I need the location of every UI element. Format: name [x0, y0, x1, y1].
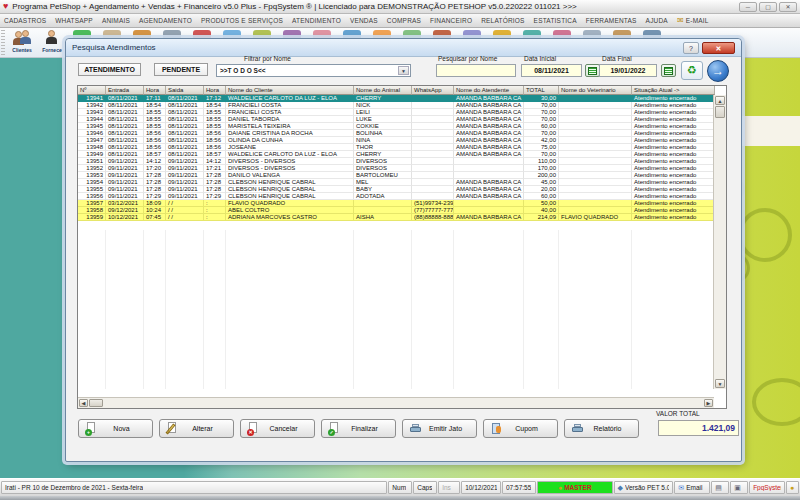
tab-atendimento[interactable]: ATENDIMENTO [78, 63, 141, 76]
alterar-button[interactable]: Alterar [159, 419, 234, 438]
emitir-jato-button[interactable]: Emitir Jato [402, 419, 477, 438]
search-go-icon[interactable]: → [707, 60, 729, 82]
vertical-scrollbar[interactable]: ▲ ▼ [713, 95, 726, 389]
refresh-icon[interactable]: ♻ [681, 61, 703, 80]
button-label: Cancelar [259, 425, 314, 432]
menu-item-ajuda[interactable]: AJUDA [646, 17, 668, 24]
cell-1: 08/11/2021 [106, 109, 144, 116]
status-ins[interactable]: Ins [438, 481, 460, 494]
cupom-button[interactable]: Cupom [483, 419, 558, 438]
relat-rio-button[interactable]: Relatório [564, 419, 639, 438]
column-header-10[interactable]: Nome do Veterinario [559, 86, 632, 95]
menu-item-financeiro[interactable]: FINANCEIRO [430, 17, 472, 24]
cell-7 [412, 158, 454, 165]
column-header-5[interactable]: Nome do Cliente [226, 86, 354, 95]
status-email-glyph: ✉ [678, 484, 684, 491]
date-end-input[interactable]: 19/01/2022 [599, 64, 657, 77]
table-row[interactable]: 1395703/12/202118:09/ /:FLAVIO QUADRADO(… [78, 200, 714, 207]
button-label: Relatório [583, 425, 638, 432]
column-header-9[interactable]: TOTAL [524, 86, 559, 95]
dialog-close-icon[interactable]: ✕ [702, 42, 735, 54]
column-header-6[interactable]: Nome do Animal [354, 86, 412, 95]
menu-item-animais[interactable]: ANIMAIS [102, 17, 130, 24]
cell-0: 13959 [78, 214, 106, 221]
status-date[interactable]: 10/12/2021 [461, 481, 501, 494]
cell-9: 70,00 [524, 151, 559, 158]
pesquisa-atendimentos-dialog: Pesquisa Atendimentos ? ✕ ATENDIMENTO PE… [65, 38, 742, 462]
menu-item-whatsapp[interactable]: WHATSAPP [55, 17, 93, 24]
column-header-4[interactable]: Hora [204, 86, 226, 95]
table-row[interactable]: 1395409/11/202117:2809/11/202117:28CLEBS… [78, 179, 714, 186]
table-row[interactable]: 1394708/11/202118:5608/11/202118:56OLIND… [78, 137, 714, 144]
column-header-1[interactable]: Entrada [106, 86, 144, 95]
chevron-down-icon[interactable]: ▼ [398, 66, 409, 75]
cell-3: 08/11/2021 [166, 130, 204, 137]
status-master-badge[interactable]: ●MASTER [537, 481, 613, 494]
help-icon[interactable]: ? [683, 42, 699, 54]
status-time[interactable]: 07:57:55 [502, 481, 536, 494]
cell-10: FLAVIO QUADRADO [559, 214, 632, 221]
table-row[interactable]: 1394808/11/202118:5608/11/202118:56JOSEA… [78, 144, 714, 151]
column-header-8[interactable]: Nome do Atendente [454, 86, 524, 95]
table-row[interactable]: 1394408/11/202118:5508/11/202118:55DANIE… [78, 116, 714, 123]
close-icon[interactable]: ✕ [779, 2, 797, 12]
key-icon[interactable]: ● [786, 481, 799, 494]
column-header-0[interactable]: Nº [78, 86, 106, 95]
cell-9: 30,00 [524, 95, 559, 102]
status-email[interactable]: ✉Email [674, 481, 710, 494]
status-location[interactable]: Irati - PR 10 de Dezembro de 2021 - Sext… [1, 481, 387, 494]
filter-name-select[interactable]: >>T O D O S<< ▼ [216, 64, 411, 77]
table-row[interactable]: 1395609/11/202117:2909/11/202117:29CLEBS… [78, 193, 714, 200]
menu-item-relat-rios[interactable]: RELATÓRIOS [481, 17, 524, 24]
table-row[interactable]: 1395809/12/202110:24/ /:ABEL COLTRO(77)7… [78, 207, 714, 214]
date-start-input[interactable]: 08/11/2021 [521, 64, 582, 77]
column-header-7[interactable]: WhatsApp [412, 86, 454, 95]
table-row[interactable]: 1395910/12/202107:45/ /:ADRIANA MARCOVES… [78, 214, 714, 221]
nova-button[interactable]: +Nova [78, 419, 153, 438]
cell-8 [454, 172, 524, 179]
menu-item-cadastros[interactable]: CADASTROS [4, 17, 46, 24]
calendar-icon[interactable] [661, 64, 676, 77]
table-row[interactable]: 1395309/11/202117:2809/11/202117:28DANIL… [78, 172, 714, 179]
status-caps[interactable]: Caps [413, 481, 437, 494]
status-num[interactable]: Num [388, 481, 412, 494]
table-row[interactable]: 1394508/11/202118:5508/11/202118:55MARIS… [78, 123, 714, 130]
dialog-titlebar[interactable]: Pesquisa Atendimentos ? ✕ [66, 39, 741, 57]
menu-item-ferramentas[interactable]: FERRAMENTAS [586, 17, 637, 24]
search-input[interactable] [436, 64, 516, 77]
cell-4: 14:12 [204, 158, 226, 165]
menu-item-compras[interactable]: COMPRAS [387, 17, 421, 24]
toolbar-item-clientes[interactable]: Clientes [7, 28, 37, 57]
window-bottom-edge [0, 496, 800, 500]
table-row[interactable]: 1394908/11/202118:5708/11/202118:57WALDE… [78, 151, 714, 158]
menu-item-estatistica[interactable]: ESTATISTICA [534, 17, 577, 24]
column-header-11[interactable]: Situação Atual -> [632, 86, 715, 95]
table-row[interactable]: 1395109/11/202114:1209/11/202114:12DIVER… [78, 158, 714, 165]
menu-item-e-mail[interactable]: ✉E-MAIL [677, 17, 709, 25]
calendar-icon[interactable] [585, 64, 600, 77]
table-row[interactable]: 1394208/11/202118:5408/11/202118:54FRANC… [78, 102, 714, 109]
table-row[interactable]: 1394608/11/202118:5608/11/202118:56DAIAN… [78, 130, 714, 137]
table-row[interactable]: 1395209/11/202117:2009/11/202117:21DIVER… [78, 165, 714, 172]
column-header-3[interactable]: Saida [166, 86, 204, 95]
table-row[interactable]: 1395509/11/202117:2809/11/202117:28CLEBS… [78, 186, 714, 193]
tab-pendente[interactable]: PENDENTE [154, 63, 208, 76]
printer-icon[interactable]: ▤ [711, 481, 729, 494]
monitor-icon[interactable]: ▣ [730, 481, 748, 494]
minimize-icon[interactable]: ─ [739, 2, 757, 12]
horizontal-scrollbar[interactable]: ◀ ▶ [78, 397, 714, 408]
menu-item-agendamento[interactable]: AGENDAMENTO [139, 17, 192, 24]
status-brand[interactable]: FpqSystem [749, 481, 785, 494]
column-header-2[interactable]: Hora [144, 86, 166, 95]
menu-item-atendimento[interactable]: ATENDIMENTO [292, 17, 341, 24]
table-row[interactable]: 1394108/11/202117:1108/11/202117:12WALDE… [78, 95, 714, 102]
menu-item-produtos-e-servi-os[interactable]: PRODUTOS E SERVIÇOS [201, 17, 283, 24]
cancelar-button[interactable]: ✕Cancelar [240, 419, 315, 438]
toolbar-item-fornece[interactable]: Fornece [37, 28, 67, 57]
finalizar-button[interactable]: ✓Finalizar [321, 419, 396, 438]
status-version[interactable]: ◆Versão PET 5.0 [614, 481, 674, 494]
table-row[interactable]: 1394308/11/202118:5508/11/202118:55FRANC… [78, 109, 714, 116]
cell-11: Atendimento encerrado [632, 109, 714, 116]
maximize-icon[interactable]: ▢ [759, 2, 777, 12]
menu-item-vendas[interactable]: VENDAS [350, 17, 378, 24]
